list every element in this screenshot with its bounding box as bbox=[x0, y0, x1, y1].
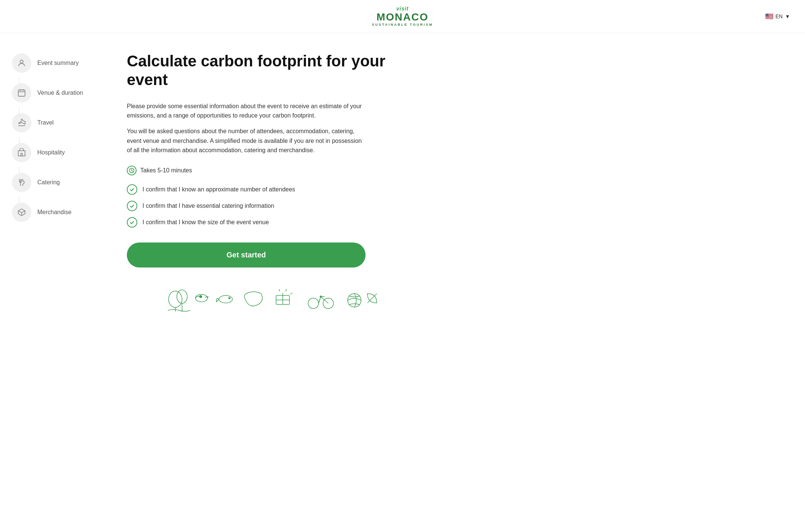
checklist-label-2: I confirm that I have essential catering… bbox=[142, 203, 274, 209]
svg-point-32 bbox=[308, 298, 319, 309]
sidebar-item-travel[interactable]: Travel bbox=[7, 108, 97, 138]
svg-rect-7 bbox=[21, 153, 22, 156]
logo: visit MONACO SUSTAINABLE TOURISM bbox=[372, 6, 433, 27]
sidebar-item-merchandise[interactable]: Merchandise bbox=[7, 197, 97, 227]
svg-point-24 bbox=[229, 297, 230, 299]
sidebar-item-hospitality[interactable]: Hospitality bbox=[7, 138, 97, 168]
checklist-label-1: I confirm that I know an approximate num… bbox=[142, 186, 295, 193]
language-selector[interactable]: 🇺🇸 EN ▼ bbox=[765, 12, 790, 21]
page-title: Calculate carbon footprint for your even… bbox=[127, 52, 418, 90]
checklist: I confirm that I know an approximate num… bbox=[127, 184, 418, 228]
main-content: Calculate carbon footprint for your even… bbox=[104, 33, 440, 532]
footer-illustration bbox=[127, 267, 418, 320]
page-layout: Event summary Venue & duration bbox=[0, 33, 805, 532]
calendar-icon bbox=[12, 83, 31, 103]
logo-subtitle-text: SUSTAINABLE TOURISM bbox=[372, 23, 433, 27]
svg-line-11 bbox=[18, 211, 22, 213]
sidebar-item-label: Travel bbox=[37, 119, 54, 126]
svg-line-16 bbox=[132, 170, 133, 171]
sidebar-item-catering[interactable]: Catering bbox=[7, 168, 97, 197]
sidebar-item-label: Catering bbox=[37, 179, 60, 186]
time-info: Takes 5-10 minutes bbox=[127, 166, 418, 175]
get-started-button[interactable]: Get started bbox=[127, 242, 366, 267]
sidebar-item-event-summary[interactable]: Event summary bbox=[7, 48, 97, 78]
plane-icon bbox=[12, 113, 31, 132]
description-1: Please provide some essential informatio… bbox=[127, 101, 366, 121]
svg-line-31 bbox=[290, 293, 292, 294]
svg-point-0 bbox=[20, 60, 23, 63]
lang-code: EN bbox=[776, 13, 783, 19]
check-icon-3 bbox=[127, 217, 137, 228]
svg-point-23 bbox=[219, 295, 232, 303]
logo-visit-text: visit bbox=[396, 6, 408, 12]
check-icon-1 bbox=[127, 184, 137, 195]
description-2: You will be asked questions about the nu… bbox=[127, 126, 366, 155]
svg-line-30 bbox=[286, 289, 286, 291]
sidebar-item-label: Hospitality bbox=[37, 149, 65, 156]
checklist-label-3: I confirm that I know the size of the ev… bbox=[142, 219, 269, 226]
box-icon bbox=[12, 203, 31, 222]
person-icon bbox=[12, 53, 31, 73]
sidebar-item-label: Event summary bbox=[37, 60, 79, 66]
sidebar: Event summary Venue & duration bbox=[0, 33, 104, 532]
time-label: Takes 5-10 minutes bbox=[140, 167, 192, 174]
checklist-item-1: I confirm that I know an approximate num… bbox=[127, 184, 418, 195]
svg-line-29 bbox=[279, 289, 280, 291]
chevron-down-icon: ▼ bbox=[785, 13, 790, 19]
svg-rect-1 bbox=[18, 90, 25, 96]
svg-point-35 bbox=[348, 294, 361, 307]
svg-line-12 bbox=[22, 211, 25, 213]
check-icon-2 bbox=[127, 201, 137, 211]
svg-point-17 bbox=[169, 291, 182, 307]
building-icon bbox=[12, 143, 31, 162]
fork-icon bbox=[12, 173, 31, 192]
flag-icon: 🇺🇸 bbox=[765, 12, 773, 21]
svg-line-36 bbox=[367, 294, 377, 303]
sidebar-item-venue-duration[interactable]: Venue & duration bbox=[7, 78, 97, 108]
sidebar-item-label: Venue & duration bbox=[37, 90, 83, 96]
logo-monaco-text: MONACO bbox=[376, 12, 429, 23]
checklist-item-3: I confirm that I know the size of the ev… bbox=[127, 217, 418, 228]
checklist-item-2: I confirm that I have essential catering… bbox=[127, 201, 418, 211]
svg-point-34 bbox=[320, 296, 322, 297]
clock-icon bbox=[127, 166, 137, 175]
sidebar-item-label: Merchandise bbox=[37, 209, 72, 216]
header: visit MONACO SUSTAINABLE TOURISM 🇺🇸 EN ▼ bbox=[0, 0, 805, 33]
